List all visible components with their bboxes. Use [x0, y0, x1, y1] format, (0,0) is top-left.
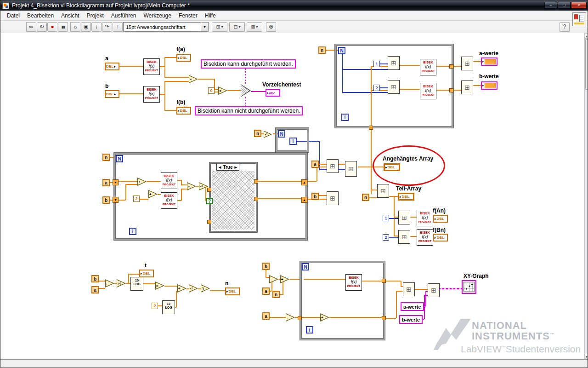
clean-up-diagram-button[interactable]: ⊛ — [266, 22, 276, 32]
a-terminal[interactable]: a — [262, 312, 270, 320]
case-next-icon[interactable]: ▶ — [235, 166, 237, 169]
log10-function[interactable]: 10LOG — [130, 277, 143, 291]
loop-iteration-terminal[interactable]: i — [306, 326, 313, 334]
label-f-bn[interactable]: f(Bn) — [433, 227, 446, 233]
build-array-function[interactable]: ⊞ — [461, 80, 473, 94]
build-array-function[interactable]: ⊞ — [327, 159, 339, 173]
tunnel[interactable] — [382, 316, 386, 320]
case-selector-terminal[interactable]: ? — [206, 198, 213, 204]
build-array-function[interactable]: ⊞ — [327, 191, 339, 205]
numeric-constant-0[interactable]: 0 — [208, 87, 215, 94]
dbl-indicator-t[interactable]: ▸DBL — [139, 270, 154, 277]
label-b[interactable]: b — [105, 83, 108, 89]
n-terminal[interactable]: n — [254, 130, 261, 137]
case-selector[interactable]: ◀ True ▶ — [216, 164, 239, 171]
build-array-function[interactable]: ⊞ — [461, 57, 473, 70]
step-over-button[interactable]: ↷ — [102, 22, 112, 32]
a-terminal[interactable]: a — [102, 179, 110, 186]
resize-objects-dropdown[interactable]: ⊠▾ — [247, 22, 262, 32]
align-objects-dropdown[interactable]: ⊞▾ — [212, 22, 227, 32]
index-array-function[interactable]: ⊞ — [398, 211, 410, 224]
bisek-subvi[interactable]: BISEKf(x)PROJEKT — [143, 58, 160, 75]
menu-fenster[interactable]: Fenster — [175, 11, 201, 20]
select-function[interactable] — [241, 84, 251, 97]
loop-iteration-terminal[interactable]: i — [341, 114, 349, 121]
bisek-subvi[interactable]: BISEKf(x)PROJEKT — [161, 192, 177, 209]
build-array-function[interactable]: ⊞ — [345, 161, 357, 177]
multiply-function[interactable]: × — [189, 75, 198, 83]
tunnel[interactable] — [254, 197, 258, 201]
retain-wire-values-button[interactable]: ◉ — [81, 22, 91, 32]
case-prev-icon[interactable]: ◀ — [219, 166, 221, 169]
menu-werkzeuge[interactable]: Werkzeuge — [140, 11, 175, 20]
menu-datei[interactable]: Datei — [3, 11, 23, 20]
numeric-constant-2[interactable]: 2 — [373, 85, 380, 91]
menu-projekt[interactable]: Projekt — [83, 11, 107, 20]
vertical-scrollbar[interactable]: ▲ ▼ — [584, 33, 588, 359]
shift-register[interactable]: ▼ — [113, 197, 119, 203]
help-button[interactable]: ? — [560, 22, 570, 32]
add-function[interactable]: + — [320, 313, 329, 322]
n-terminal[interactable]: n — [362, 194, 369, 201]
absolute-value-function[interactable]: |x| — [117, 279, 126, 288]
array-indicator-a-werte[interactable]: ▸ — [481, 58, 498, 66]
label-n[interactable]: n — [225, 280, 228, 287]
label-t[interactable]: t — [145, 262, 147, 269]
array-indicator-b-werte[interactable]: ▸ — [481, 81, 498, 90]
close-button[interactable]: × — [571, 2, 587, 9]
shift-register[interactable]: ▲ — [301, 179, 307, 185]
local-variable-b-werte[interactable]: b-werte — [399, 315, 423, 324]
menu-bearbeiten[interactable]: Bearbeiten — [23, 11, 57, 20]
label-a[interactable]: a — [105, 55, 108, 62]
increment-function[interactable]: +1 — [189, 284, 198, 293]
vertical-scroll-thumb[interactable] — [585, 39, 588, 90]
menu-ausfuehren[interactable]: Ausführen — [107, 11, 140, 20]
multiply-function[interactable]: × — [155, 282, 164, 290]
shift-register[interactable]: ▲ — [301, 197, 307, 203]
xy-graph-terminal[interactable] — [462, 280, 476, 294]
numeric-constant-1[interactable]: 1 — [373, 61, 380, 67]
label-fb[interactable]: f(b) — [176, 99, 185, 105]
font-selector[interactable]: 15pt Anwendungsschriftart ▾ — [123, 22, 209, 32]
abort-button[interactable]: ● — [47, 22, 57, 32]
increment-function[interactable]: +1 — [264, 131, 272, 138]
n-terminal[interactable]: n — [102, 154, 110, 161]
run-continuous-button[interactable]: ↻ — [37, 22, 47, 32]
subtract-function[interactable]: - — [286, 313, 295, 322]
tunnel[interactable] — [298, 316, 302, 320]
divide-function[interactable]: ÷ — [148, 190, 158, 198]
bisek-subvi[interactable]: BISEKf(x)PROJEKT — [417, 229, 433, 246]
label-fa[interactable]: f(a) — [176, 46, 185, 52]
local-variable-a-werte[interactable]: a-werte — [401, 302, 424, 311]
loop-iteration-terminal[interactable]: i — [129, 228, 136, 235]
b-terminal[interactable]: b — [102, 196, 110, 204]
b-terminal[interactable]: b — [91, 275, 99, 282]
string-constant-ok[interactable]: Bisektion kann durchgeführt werden. — [201, 59, 296, 69]
a-terminal[interactable]: a — [262, 288, 270, 295]
menu-hilfe[interactable]: Hilfe — [201, 11, 220, 20]
step-into-button[interactable]: ↓ — [91, 22, 102, 32]
step-out-button[interactable]: ↑ — [113, 22, 123, 32]
minimize-button[interactable]: − — [544, 2, 557, 9]
index-array-function[interactable]: ⊞ — [388, 80, 400, 94]
dbl-indicator-f-bn[interactable]: ▸DBL — [433, 234, 448, 242]
dbl-indicator-fb[interactable]: ▸DBL — [176, 107, 191, 115]
bisek-subvi[interactable]: BISEKf(x)PROJEKT — [420, 59, 436, 75]
tunnel[interactable] — [382, 279, 386, 283]
dbl-indicator-n[interactable]: ▸DBL — [225, 288, 240, 295]
scroll-down-icon[interactable]: ▼ — [585, 354, 588, 359]
shift-register[interactable]: ▼ — [113, 179, 119, 185]
scroll-up-icon[interactable]: ▲ — [585, 33, 588, 39]
loop-count-terminal[interactable]: N — [116, 155, 123, 162]
index-array-function[interactable]: ⊞ — [377, 184, 389, 198]
dbl-control-a[interactable]: DBL▸ — [105, 63, 119, 70]
string-constant-nok[interactable]: Bisektion kann nicht durchgeführt werden… — [195, 106, 303, 115]
dbl-indicator-f-an[interactable]: ▸DBL — [433, 215, 448, 223]
b-terminal[interactable]: b — [262, 263, 270, 270]
subtract-function[interactable]: - — [269, 275, 278, 283]
distribute-objects-dropdown[interactable]: ⊟▾ — [229, 22, 245, 32]
loop-iteration-terminal[interactable]: i — [289, 138, 297, 145]
numeric-constant-2[interactable]: 2 — [152, 303, 158, 309]
label-vorzeichentest[interactable]: Vorzeichentest — [262, 81, 301, 88]
maximize-button[interactable]: □ — [558, 2, 571, 9]
